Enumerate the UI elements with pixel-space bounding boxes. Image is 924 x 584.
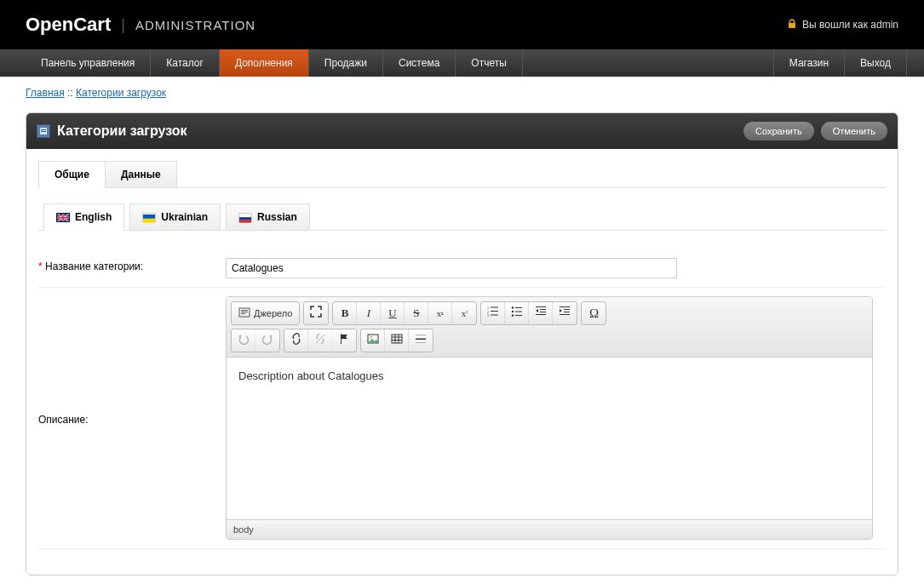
svg-rect-10	[143, 219, 155, 223]
redo-button[interactable]	[255, 329, 279, 352]
breadcrumb-home[interactable]: Главная	[26, 87, 65, 99]
svg-rect-11	[239, 215, 251, 217]
svg-rect-49	[416, 342, 426, 343]
breadcrumb-sep: ::	[67, 87, 73, 99]
save-button[interactable]: Сохранить	[743, 122, 814, 140]
unlink-button[interactable]	[308, 329, 332, 352]
lang-tab-ukrainian[interactable]: Ukrainian	[129, 203, 221, 230]
svg-rect-37	[560, 314, 570, 315]
main-nav: Панель управления Каталог Дополнения Про…	[0, 49, 924, 77]
nav-catalog[interactable]: Каталог	[151, 49, 220, 77]
content-box: Категории загрузок Сохранить Отменить Об…	[26, 112, 898, 575]
admin-label: ADMINISTRATION	[135, 18, 255, 32]
lang-tab-english[interactable]: English	[43, 203, 124, 231]
underline-button[interactable]: U	[381, 302, 405, 324]
anchor-button[interactable]	[332, 329, 356, 352]
svg-rect-27	[515, 312, 522, 312]
svg-rect-19	[491, 307, 498, 308]
link-icon	[290, 333, 302, 348]
svg-rect-39	[341, 334, 341, 344]
outdent-button[interactable]	[529, 302, 553, 324]
special-char-button[interactable]: Ω	[582, 302, 605, 324]
link-button[interactable]	[284, 329, 308, 352]
svg-rect-15	[241, 310, 248, 311]
app-header: OpenCart | ADMINISTRATION Вы вошли как a…	[0, 0, 924, 49]
svg-rect-21	[491, 311, 498, 312]
undo-icon	[238, 333, 250, 348]
table-button[interactable]	[385, 329, 409, 352]
breadcrumb: Главная :: Категории загрузок	[0, 77, 924, 112]
page-title: Категории загрузок	[57, 123, 187, 139]
source-button[interactable]: Джерело	[232, 302, 299, 324]
svg-rect-36	[564, 312, 570, 312]
svg-point-28	[512, 314, 514, 316]
category-name-input[interactable]	[226, 258, 677, 278]
row-category-name: * Название категории:	[38, 249, 886, 288]
bullet-list-button[interactable]	[505, 302, 529, 324]
nav-sales[interactable]: Продажи	[309, 49, 383, 77]
maximize-icon	[310, 306, 322, 321]
flag-en-icon	[56, 213, 70, 222]
svg-rect-13	[239, 220, 251, 222]
required-mark: *	[38, 261, 45, 272]
svg-point-24	[512, 306, 514, 308]
svg-text:3: 3	[487, 313, 489, 318]
lang-label: Ukrainian	[161, 211, 208, 223]
hr-icon	[415, 333, 427, 348]
bold-button[interactable]: B	[333, 302, 357, 324]
hr-button[interactable]	[409, 329, 433, 352]
svg-rect-17	[241, 313, 245, 314]
logo-separator: |	[121, 16, 125, 34]
source-icon	[238, 306, 250, 320]
language-tabs: English Ukrainian Russian	[38, 203, 886, 231]
lock-icon	[787, 19, 797, 31]
box-header: Категории загрузок Сохранить Отменить	[26, 113, 898, 149]
outdent-icon	[535, 306, 547, 321]
editor-toolbar: Джерело B I U S x₂ x² 123	[227, 297, 872, 358]
undo-button[interactable]	[232, 329, 255, 352]
nav-store[interactable]: Магазин	[773, 49, 845, 77]
svg-rect-25	[515, 307, 522, 308]
row-description: Описание: Джерело B I U S x₂	[38, 288, 886, 549]
subscript-button[interactable]: x₂	[428, 302, 452, 324]
lang-label: English	[75, 211, 112, 223]
indent-icon	[559, 306, 571, 321]
svg-rect-31	[540, 309, 546, 310]
strike-button[interactable]: S	[405, 302, 428, 324]
table-icon	[391, 333, 403, 348]
maximize-button[interactable]	[304, 302, 328, 324]
cancel-button[interactable]: Отменить	[821, 122, 887, 140]
lang-label: Russian	[257, 211, 297, 223]
svg-rect-2	[41, 129, 46, 130]
tab-general[interactable]: Общие	[38, 161, 106, 188]
svg-rect-23	[491, 315, 498, 316]
editor-content[interactable]: Description about Catalogues	[227, 358, 872, 519]
svg-rect-0	[789, 23, 795, 28]
label-category-name: * Название категории:	[38, 258, 226, 272]
tab-data[interactable]: Данные	[105, 161, 177, 187]
nav-reports[interactable]: Отчеты	[456, 49, 522, 77]
image-button[interactable]	[361, 329, 385, 352]
image-icon	[367, 333, 379, 348]
editor-path[interactable]: body	[227, 519, 872, 539]
svg-rect-47	[416, 335, 426, 335]
nav-dashboard[interactable]: Панель управления	[26, 49, 151, 77]
numbered-list-button[interactable]: 123	[481, 302, 505, 324]
italic-button[interactable]: I	[357, 302, 381, 324]
breadcrumb-current[interactable]: Категории загрузок	[76, 87, 166, 99]
page-icon	[37, 124, 50, 138]
logo: OpenCart	[26, 14, 111, 36]
label-description: Описание:	[38, 411, 226, 426]
svg-rect-16	[241, 312, 248, 312]
svg-rect-48	[416, 339, 426, 341]
svg-rect-8	[57, 217, 69, 218]
unlink-icon	[314, 333, 326, 348]
indent-button[interactable]	[553, 302, 577, 324]
nav-system[interactable]: Система	[383, 49, 456, 77]
nav-logout[interactable]: Выход	[845, 49, 907, 77]
svg-rect-42	[392, 335, 402, 343]
nav-extensions[interactable]: Дополнения	[220, 49, 309, 77]
lang-tab-russian[interactable]: Russian	[226, 203, 310, 230]
svg-rect-35	[564, 309, 570, 310]
superscript-button[interactable]: x²	[452, 302, 476, 324]
